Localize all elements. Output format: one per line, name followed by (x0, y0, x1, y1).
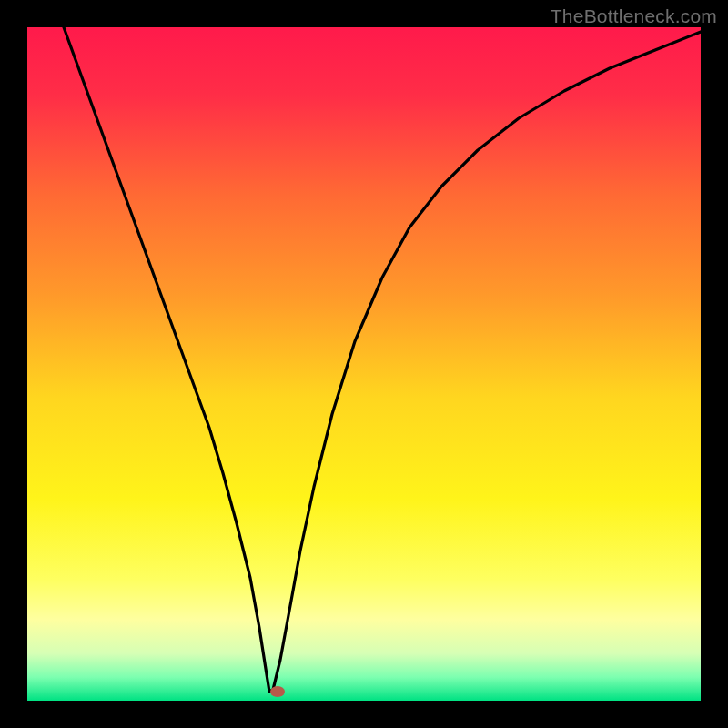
watermark-text: TheBottleneck.com (551, 5, 717, 27)
plot-area (27, 27, 701, 701)
chart-frame: TheBottleneck.com (0, 0, 728, 728)
chart-svg (27, 27, 701, 701)
gradient-background (27, 27, 701, 701)
minimum-marker (270, 686, 285, 697)
